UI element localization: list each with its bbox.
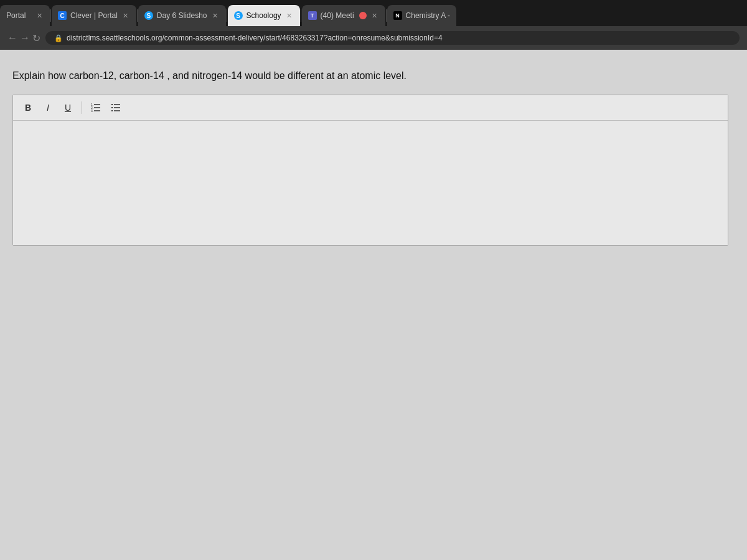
tab-sep-5 [386,9,387,22]
tab-day6-close[interactable]: ✕ [211,11,220,20]
bold-button[interactable]: B [19,99,37,116]
tab-meetings-close[interactable]: ✕ [370,11,379,20]
editor-toolbar: B I U 1. 2. 3. [13,95,728,121]
tab-sep-3 [227,9,227,22]
unordered-list-button[interactable] [107,99,125,116]
svg-text:3.: 3. [91,109,93,112]
tab-meetings-label: (40) Meeti [321,11,354,20]
notification-badge [359,12,367,19]
tab-day6[interactable]: S Day 6 Slidesho ✕ [138,5,226,26]
svg-rect-11 [111,110,113,111]
schoology-favicon: S [234,11,243,20]
lock-icon: 🔒 [54,34,63,42]
toolbar-divider [82,101,82,114]
editor-body[interactable] [13,121,728,245]
nav-buttons: ← → ↻ [7,32,40,44]
tab-schoology-close[interactable]: ✕ [285,11,294,20]
tab-portal[interactable]: Portal ✕ [0,5,50,26]
italic-button[interactable]: I [39,99,57,116]
tab-clever-label: Clever | Portal [70,11,118,20]
tab-sep-1 [50,9,51,22]
url-field[interactable]: 🔒 districtlms.seattleschools.org/common-… [45,31,740,45]
tab-clever-portal[interactable]: C Clever | Portal ✕ [52,5,136,26]
back-button[interactable]: ← [7,32,17,44]
svg-rect-9 [111,104,113,105]
clever-favicon: C [58,11,67,20]
question-text: Explain how carbon-12, carbon-14 , and n… [12,68,735,83]
address-bar: ← → ↻ 🔒 districtlms.seattleschools.org/c… [0,26,747,50]
tab-meetings[interactable]: T (40) Meeti ✕ [302,5,385,26]
tab-clever-close[interactable]: ✕ [121,11,130,20]
tab-sep-2 [137,9,138,22]
rich-text-editor[interactable]: B I U 1. 2. 3. [12,95,728,246]
tab-sep-4 [301,9,301,22]
ordered-list-button[interactable]: 1. 2. 3. [87,99,105,116]
tab-day6-label: Day 6 Slidesho [157,11,207,20]
day6-favicon: S [144,11,153,20]
forward-button[interactable]: → [20,32,30,44]
url-text: districtlms.seattleschools.org/common-as… [67,34,443,42]
svg-rect-10 [111,107,113,108]
page-content: Explain how carbon-12, carbon-14 , and n… [0,50,747,560]
tab-portal-label: Portal [6,11,31,20]
tab-chemistry-label: Chemistry A - [406,11,450,20]
tab-schoology[interactable]: S Schoology ✕ [228,5,300,26]
tab-bar: Portal ✕ C Clever | Portal ✕ S Day 6 Sli… [0,0,747,26]
teams-favicon: T [308,11,317,20]
tab-portal-close[interactable]: ✕ [35,11,44,20]
browser-chrome: Portal ✕ C Clever | Portal ✕ S Day 6 Sli… [0,0,747,50]
refresh-button[interactable]: ↻ [32,32,40,44]
tab-schoology-label: Schoology [247,11,281,20]
notion-favicon: N [393,11,402,20]
tab-chemistry[interactable]: N Chemistry A - [387,5,456,26]
underline-button[interactable]: U [59,99,77,116]
